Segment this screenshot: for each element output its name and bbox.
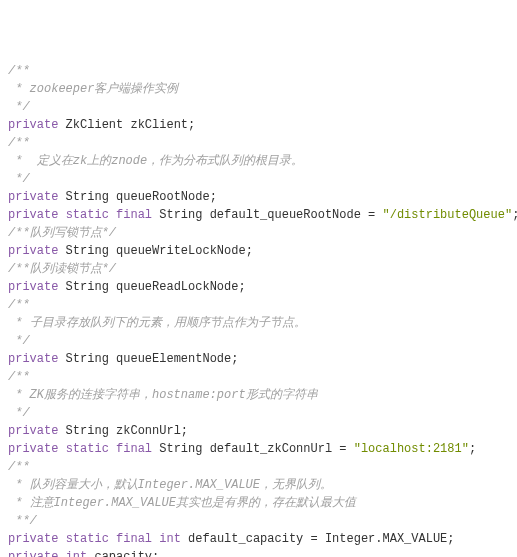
plain-token: String queueWriteLockNode; [58,244,252,258]
keyword-token: private [8,280,58,294]
keyword-token: final [116,442,152,456]
plain-token: capacity; [87,550,159,557]
plain-token: String queueRootNode; [58,190,216,204]
code-line: */ [8,98,509,116]
comment-text: * 定义在zk上的znode，作为分布式队列的根目录。 [8,154,303,168]
code-line: /** [8,368,509,386]
comment-text: */ [8,100,30,114]
keyword-token: int [159,532,181,546]
plain-token: default_capacity = Integer.MAX_VALUE; [181,532,455,546]
keyword-token: private [8,244,58,258]
keyword-token: private [8,190,58,204]
keyword-token: int [66,550,88,557]
string-token: "localhost:2181" [354,442,469,456]
keyword-token: private [8,352,58,366]
plain-token: ; [512,208,517,222]
plain-token: String queueReadLockNode; [58,280,245,294]
keyword-token: final [116,208,152,222]
keyword-token: static [66,532,109,546]
code-line: * zookeeper客户端操作实例 [8,80,509,98]
plain-token [109,208,116,222]
code-line: * 定义在zk上的znode，作为分布式队列的根目录。 [8,152,509,170]
code-line: /**队列读锁节点*/ [8,260,509,278]
comment-text: */ [8,334,30,348]
code-line: private static final String default_zkCo… [8,440,509,458]
code-line: private String queueRootNode; [8,188,509,206]
plain-token [58,208,65,222]
comment-text: /** [8,370,30,384]
comment-text: * zookeeper客户端操作实例 [8,82,178,96]
comment-text: * 子目录存放队列下的元素，用顺序节点作为子节点。 [8,316,306,330]
plain-token: String queueElementNode; [58,352,238,366]
keyword-token: static [66,442,109,456]
code-line: */ [8,170,509,188]
keyword-token: private [8,442,58,456]
code-line: * 子目录存放队列下的元素，用顺序节点作为子节点。 [8,314,509,332]
keyword-token: static [66,208,109,222]
code-line: * ZK服务的连接字符串，hostname:port形式的字符串 [8,386,509,404]
code-line: /** [8,62,509,80]
code-line: private ZkClient zkClient; [8,116,509,134]
plain-token: ZkClient zkClient; [58,118,195,132]
code-line: **/ [8,512,509,530]
string-token: "/distributeQueue" [383,208,513,222]
plain-token [109,442,116,456]
comment-text: /** [8,136,30,150]
keyword-token: private [8,424,58,438]
code-line: */ [8,332,509,350]
comment-text: /**队列写锁节点*/ [8,226,116,240]
code-line: */ [8,404,509,422]
plain-token [58,532,65,546]
comment-text: **/ [8,514,37,528]
code-line: private String queueWriteLockNode; [8,242,509,260]
comment-text: * 注意Integer.MAX_VALUE其实也是有界的，存在默认最大值 [8,496,356,510]
keyword-token: private [8,532,58,546]
code-line: /** [8,458,509,476]
code-line: private String zkConnUrl; [8,422,509,440]
comment-text: * ZK服务的连接字符串，hostname:port形式的字符串 [8,388,318,402]
code-line: private static final int default_capacit… [8,530,509,548]
comment-text: /** [8,460,30,474]
comment-text: * 队列容量大小，默认Integer.MAX_VALUE，无界队列。 [8,478,332,492]
plain-token [109,532,116,546]
code-line: private String queueElementNode; [8,350,509,368]
code-block: /** * zookeeper客户端操作实例 */private ZkClien… [8,62,509,557]
plain-token [58,442,65,456]
plain-token: String zkConnUrl; [58,424,188,438]
keyword-token: private [8,118,58,132]
comment-text: /** [8,298,30,312]
plain-token [58,550,65,557]
code-line: private String queueReadLockNode; [8,278,509,296]
plain-token: String default_zkConnUrl = [152,442,354,456]
comment-text: /**队列读锁节点*/ [8,262,116,276]
code-line: /** [8,296,509,314]
keyword-token: private [8,550,58,557]
plain-token: ; [469,442,476,456]
code-line: /** [8,134,509,152]
code-line: * 注意Integer.MAX_VALUE其实也是有界的，存在默认最大值 [8,494,509,512]
code-line: /**队列写锁节点*/ [8,224,509,242]
code-line: private static final String default_queu… [8,206,509,224]
keyword-token: private [8,208,58,222]
code-line: private int capacity; [8,548,509,557]
comment-text: */ [8,172,30,186]
plain-token: String default_queueRootNode = [152,208,382,222]
comment-text: /** [8,64,30,78]
keyword-token: final [116,532,152,546]
code-line: * 队列容量大小，默认Integer.MAX_VALUE，无界队列。 [8,476,509,494]
comment-text: */ [8,406,30,420]
